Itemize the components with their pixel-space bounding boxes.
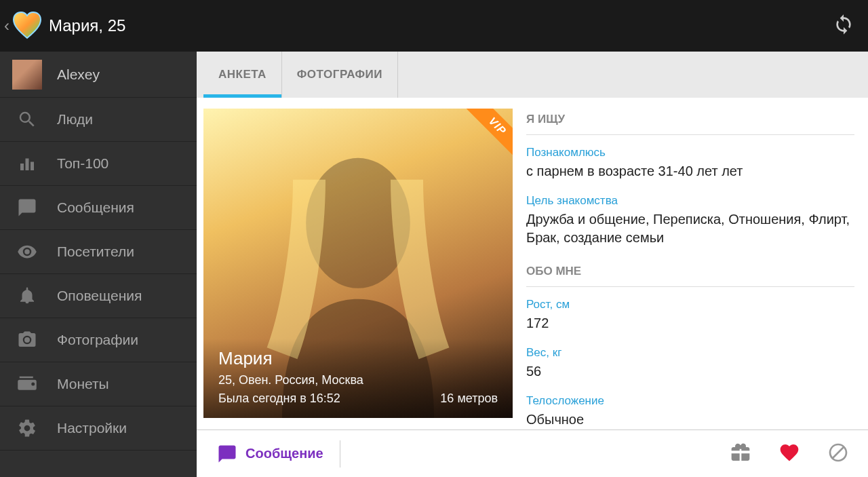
sidebar-user[interactable]: Alexey xyxy=(0,52,197,98)
section-about-me: ОБО МНЕ xyxy=(526,261,854,287)
sidebar-item-label: Оповещения xyxy=(57,288,142,304)
sidebar-item-top100[interactable]: Топ-100 xyxy=(0,142,197,186)
wallet-icon xyxy=(12,374,42,394)
meet-label: Познакомлюсь xyxy=(526,146,854,159)
gift-button[interactable] xyxy=(730,442,751,466)
chat-icon xyxy=(12,197,42,218)
section-looking-for: Я ИЩУ xyxy=(526,109,854,135)
profile-photo[interactable]: VIP Мария 25, Овен. Россия, Москва Была … xyxy=(203,109,513,418)
eye-icon xyxy=(12,242,42,262)
weight-value: 56 xyxy=(526,362,854,381)
sidebar-item-label: Настройки xyxy=(57,420,127,436)
block-button[interactable] xyxy=(827,442,849,466)
last-seen: Была сегодня в 16:52 xyxy=(218,392,340,406)
photo-name: Мария xyxy=(218,348,498,369)
bars-icon xyxy=(12,153,42,174)
purpose-value: Дружба и общение, Переписка, Отношения, … xyxy=(526,210,854,247)
avatar xyxy=(12,60,42,90)
tabs: АНКЕТА ФОТОГРАФИИ xyxy=(197,52,868,98)
info-panel: Я ИЩУ Познакомлюсь с парнем в возрасте 3… xyxy=(526,109,868,430)
divider xyxy=(340,440,340,468)
body-label: Телосложение xyxy=(526,394,854,408)
megaphone-icon xyxy=(12,286,42,306)
sidebar-item-label: Посетители xyxy=(57,244,134,260)
back-icon[interactable]: ‹ xyxy=(4,16,9,35)
message-label: Сообщение xyxy=(245,446,323,461)
sidebar-item-label: Топ-100 xyxy=(57,155,108,172)
user-name: Alexey xyxy=(57,66,100,83)
tab-profile[interactable]: АНКЕТА xyxy=(203,52,282,98)
photo-info: Мария 25, Овен. Россия, Москва Была сего… xyxy=(203,339,513,418)
sidebar-item-photos[interactable]: Фотографии xyxy=(0,318,197,362)
purpose-label: Цель знакомства xyxy=(526,194,854,208)
photo-meta: 25, Овен. Россия, Москва xyxy=(218,373,498,387)
svg-rect-0 xyxy=(20,164,24,170)
chat-bubble-icon xyxy=(217,444,237,464)
svg-rect-1 xyxy=(26,159,29,171)
sidebar: Alexey Люди Топ-100 Сообщения Посетители… xyxy=(0,52,197,477)
sidebar-item-label: Люди xyxy=(57,111,93,128)
app-logo-icon xyxy=(12,11,42,41)
height-label: Рост, см xyxy=(526,298,854,311)
like-button[interactable] xyxy=(778,442,800,466)
tab-photos[interactable]: ФОТОГРАФИИ xyxy=(282,52,398,98)
sidebar-item-visitors[interactable]: Посетители xyxy=(0,230,197,274)
sidebar-item-messages[interactable]: Сообщения xyxy=(0,186,197,230)
sidebar-item-settings[interactable]: Настройки xyxy=(0,406,197,451)
refresh-button[interactable] xyxy=(833,14,854,38)
content: АНКЕТА ФОТОГРАФИИ VIP Мария 25, Овен. Ро… xyxy=(197,52,868,477)
page-title: Мария, 25 xyxy=(49,16,125,35)
camera-icon xyxy=(12,330,42,350)
sidebar-item-notifications[interactable]: Оповещения xyxy=(0,274,197,318)
sidebar-item-label: Сообщения xyxy=(57,199,134,216)
body-value: Обычное xyxy=(526,411,854,429)
bottom-bar: Сообщение xyxy=(197,430,868,477)
sidebar-item-people[interactable]: Люди xyxy=(0,98,197,142)
top-bar: ‹ Мария, 25 xyxy=(0,0,868,52)
weight-label: Вес, кг xyxy=(526,346,854,360)
search-icon xyxy=(12,109,42,130)
sidebar-item-label: Фотографии xyxy=(57,332,138,348)
sidebar-item-label: Монеты xyxy=(57,376,109,392)
distance: 16 метров xyxy=(440,392,498,406)
gear-icon xyxy=(12,418,42,438)
message-button[interactable]: Сообщение xyxy=(205,444,336,464)
svg-rect-2 xyxy=(31,162,34,171)
sidebar-item-coins[interactable]: Монеты xyxy=(0,362,197,406)
vip-badge: VIP xyxy=(467,109,513,157)
meet-value: с парнем в возрасте 31-40 лет лет xyxy=(526,162,854,180)
height-value: 172 xyxy=(526,314,854,332)
